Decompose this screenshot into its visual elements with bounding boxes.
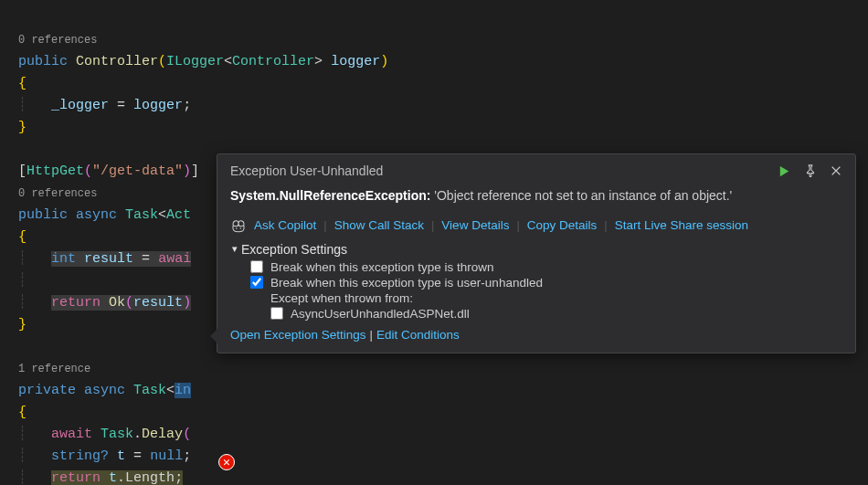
view-details-link[interactable]: View Details (441, 218, 509, 232)
exception-message: System.NullReferenceException: 'Object r… (230, 187, 842, 206)
kw: return (51, 295, 101, 311)
type: Task (101, 427, 133, 442)
except-dll-label: AsyncUserUnhandledASPNet.dll (291, 307, 470, 321)
chevron-down-icon: ▾ (232, 243, 238, 255)
svg-point-0 (236, 227, 238, 229)
exception-type: System.NullReferenceException: (230, 188, 430, 203)
ask-copilot-link[interactable]: Ask Copilot (254, 218, 316, 232)
kw: async (84, 383, 125, 398)
prop: Length (125, 470, 175, 485)
except-when-label: Except when thrown from: (270, 291, 842, 305)
close-icon[interactable] (830, 164, 842, 177)
method: Delay (142, 427, 183, 442)
exception-popup: Exception User-Unhandled System.NullRefe… (217, 153, 856, 353)
popup-pointer (210, 329, 217, 343)
codelens-refs[interactable]: 0 references (18, 187, 97, 200)
kw: null (150, 448, 183, 464)
edit-conditions-link[interactable]: Edit Conditions (376, 328, 460, 342)
break-when-unhandled-label: Break when this exception type is user-u… (270, 276, 543, 290)
exception-text: 'Object reference not set to an instance… (434, 188, 732, 203)
copilot-icon (230, 218, 247, 233)
kw: public (18, 54, 68, 69)
kw: awai (158, 251, 191, 267)
kw: return (51, 470, 101, 485)
method: Ok (109, 295, 125, 311)
kw: async (76, 207, 117, 223)
kw: int (51, 251, 76, 267)
kw: in (175, 383, 191, 398)
type: Controller (232, 54, 314, 69)
param: logger (331, 54, 380, 69)
var: result (84, 251, 133, 267)
var: t (109, 470, 117, 485)
break-when-thrown-label: Break when this exception type is thrown (270, 260, 494, 274)
except-dll-checkbox[interactable] (270, 307, 283, 320)
popup-title: Exception User-Unhandled (230, 163, 383, 178)
svg-point-1 (240, 227, 242, 229)
open-exception-settings-link[interactable]: Open Exception Settings (230, 328, 366, 342)
break-when-thrown-checkbox[interactable] (250, 260, 263, 273)
type: ILogger (166, 54, 224, 69)
break-when-thrown-row[interactable]: Break when this exception type is thrown (250, 260, 842, 274)
kw: private (18, 383, 76, 398)
codelens-refs[interactable]: 1 reference (18, 363, 90, 375)
error-glyph-icon[interactable]: ✕ (218, 454, 235, 470)
type: Task (125, 207, 158, 223)
show-call-stack-link[interactable]: Show Call Stack (334, 218, 424, 232)
kw: public (18, 207, 68, 223)
break-when-unhandled-row[interactable]: Break when this exception type is user-u… (250, 276, 842, 290)
start-live-share-link[interactable]: Start Live Share session (615, 218, 748, 232)
var: result (133, 295, 183, 311)
exception-settings-toggle[interactable]: ▾ Exception Settings (232, 242, 842, 257)
type: Act (166, 207, 191, 223)
except-dll-row[interactable]: AsyncUserUnhandledASPNet.dll (270, 307, 842, 321)
var: logger (133, 98, 183, 113)
codelens-refs[interactable]: 0 references (18, 34, 97, 47)
pin-icon[interactable] (804, 164, 817, 177)
continue-icon[interactable] (778, 164, 791, 178)
copy-details-link[interactable]: Copy Details (527, 218, 598, 232)
settings-header-label: Exception Settings (241, 242, 347, 257)
kw: string? (51, 448, 109, 464)
kw: await (51, 427, 92, 442)
field: _logger (51, 98, 109, 113)
type: Task (133, 383, 166, 398)
var: t (117, 448, 125, 464)
ctor-name: Controller (76, 54, 158, 69)
break-when-unhandled-checkbox[interactable] (250, 276, 263, 289)
